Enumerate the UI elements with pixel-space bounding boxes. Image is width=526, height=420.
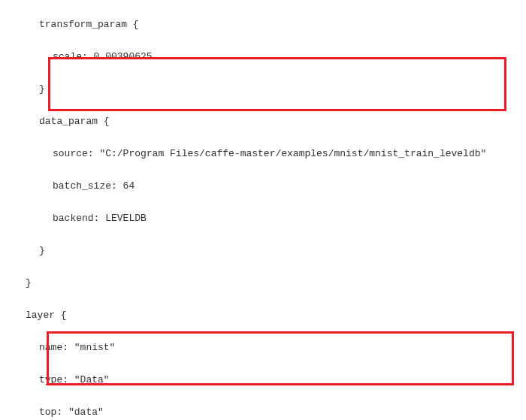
code-line: } <box>0 243 526 259</box>
code-line: data_param { <box>0 113 526 130</box>
code-line: source: "C:/Program Files/caffe-master/e… <box>0 146 526 162</box>
code-line: batch_size: 64 <box>0 178 526 195</box>
highlight-box-train <box>48 57 506 111</box>
code-line: backend: LEVELDB <box>0 210 526 227</box>
code-line: } <box>0 275 526 292</box>
code-line: top: "data" <box>0 404 526 421</box>
highlight-box-test <box>47 331 514 385</box>
code-line: transform_param { <box>0 17 526 33</box>
code-line: layer { <box>0 307 526 324</box>
